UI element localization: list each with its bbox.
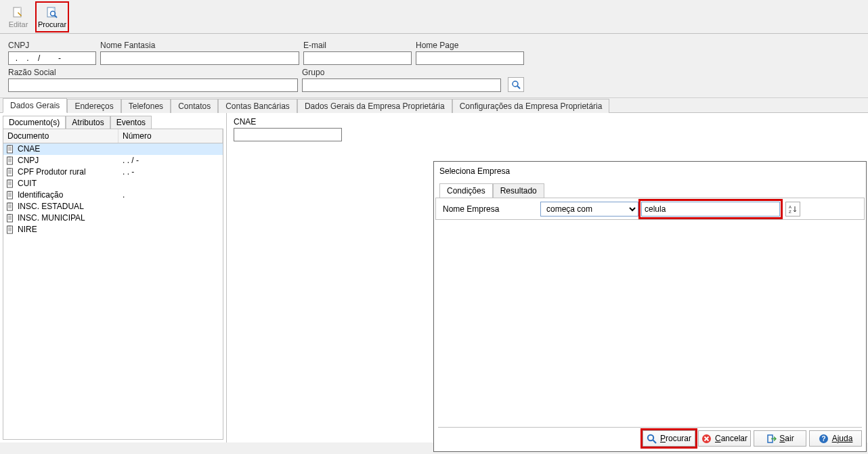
home-page-label: Home Page — [416, 41, 524, 50]
svg-line-5 — [517, 86, 520, 89]
grid-body: CNAECNPJ . . / -CPF Produtor rural . . -… — [3, 143, 223, 235]
email-label: E-mail — [303, 41, 412, 50]
table-row[interactable]: Identificação. — [3, 189, 223, 201]
dialog-body: Nome Empresa começa com AZ — [435, 198, 865, 421]
edit-icon — [11, 5, 26, 20]
procurar-label: Procurar — [38, 20, 66, 28]
svg-line-3 — [55, 16, 57, 18]
grupo-input[interactable] — [302, 78, 501, 92]
table-row[interactable]: INSC. MUNICIPAL — [3, 212, 223, 224]
dialog-tabs: Condições Resultado — [434, 178, 866, 198]
num-cell — [118, 178, 223, 189]
doc-cell: NIRE — [3, 224, 118, 235]
editar-label: Editar — [9, 20, 28, 28]
svg-text:Z: Z — [789, 210, 791, 214]
dialog-sair-button[interactable]: Sair — [754, 430, 806, 447]
document-search-icon — [45, 5, 60, 20]
dialog-procurar-button[interactable]: Procurar — [643, 430, 695, 447]
table-row[interactable]: CUIT — [3, 178, 223, 189]
tab-resultado[interactable]: Resultado — [493, 183, 544, 198]
table-row[interactable]: CNAE — [3, 143, 223, 155]
svg-rect-42 — [8, 225, 11, 227]
tab-dados-empresa-prop[interactable]: Dados Gerais da Empresa Proprietária — [297, 99, 452, 113]
col-documento[interactable]: Documento — [3, 129, 118, 143]
nome-fantasia-label: Nome Fantasia — [100, 41, 299, 50]
subtab-documentos[interactable]: Documento(s) — [3, 116, 66, 129]
razao-social-input[interactable] — [8, 78, 298, 92]
svg-point-4 — [513, 81, 518, 87]
nome-empresa-label: Nome Empresa — [436, 204, 538, 214]
svg-rect-12 — [8, 156, 11, 158]
svg-rect-17 — [8, 168, 11, 169]
procurar-button[interactable]: Procurar — [35, 1, 69, 32]
seleciona-empresa-dialog: Seleciona Empresa Condições Resultado No… — [433, 161, 867, 452]
svg-text:?: ? — [822, 435, 826, 442]
col-numero[interactable]: Número — [118, 129, 223, 143]
razao-social-label: Razão Social — [8, 68, 298, 77]
tab-condicoes[interactable]: Condições — [439, 183, 493, 198]
num-cell: . — [118, 189, 223, 201]
subtab-atributos[interactable]: Atributos — [66, 116, 110, 129]
num-cell: . . / - — [118, 155, 223, 166]
table-row[interactable]: INSC. ESTADUAL — [3, 201, 223, 212]
tab-contatos[interactable]: Contatos — [171, 99, 218, 113]
num-cell — [118, 143, 223, 155]
dialog-title: Seleciona Empresa — [434, 162, 866, 178]
documentos-grid: Documento Número CNAECNPJ . . / -CPF Pro… — [3, 129, 223, 440]
tab-enderecos[interactable]: Endereços — [67, 99, 121, 113]
sub-tabs: Documento(s) Atributos Eventos — [0, 113, 226, 129]
main-toolbar: Editar Procurar — [0, 0, 868, 34]
doc-cell: CPF Produtor rural — [3, 166, 118, 178]
sort-az-icon: AZ — [788, 204, 798, 214]
procurar-btn-label: Procurar — [660, 434, 691, 443]
search-icon — [511, 80, 521, 89]
cancelar-btn-label: Cancelar — [715, 434, 747, 443]
dialog-ajuda-button[interactable]: ? Ajuda — [809, 430, 862, 447]
sair-btn-label: Sair — [779, 434, 794, 443]
num-cell — [118, 224, 223, 235]
dialog-footer: Procurar Cancelar Sair ? Ajuda — [438, 427, 862, 447]
cancel-icon — [701, 433, 712, 444]
subtab-eventos[interactable]: Eventos — [110, 116, 152, 129]
sort-button[interactable]: AZ — [785, 202, 800, 217]
nome-fantasia-input[interactable] — [100, 51, 299, 65]
search-icon — [647, 433, 657, 444]
grupo-label: Grupo — [302, 68, 501, 77]
exit-icon — [766, 433, 777, 444]
home-page-input[interactable] — [416, 51, 524, 65]
svg-rect-22 — [8, 179, 11, 181]
left-pane: Documento(s) Atributos Eventos Documento… — [0, 113, 227, 442]
cnpj-input[interactable] — [8, 51, 96, 65]
num-cell — [118, 212, 223, 224]
tab-telefones[interactable]: Telefones — [121, 99, 171, 113]
doc-cell: INSC. MUNICIPAL — [3, 212, 118, 224]
tab-config-empresa-prop[interactable]: Configurações da Empresa Proprietária — [452, 99, 610, 113]
doc-cell: CNAE — [3, 143, 118, 155]
cnpj-label: CNPJ — [8, 41, 96, 50]
num-cell: . . - — [118, 166, 223, 178]
table-row[interactable]: CNPJ . . / - — [3, 155, 223, 166]
condition-row: Nome Empresa começa com AZ — [435, 198, 865, 220]
tab-dados-gerais[interactable]: Dados Gerais — [3, 98, 67, 113]
editar-button[interactable]: Editar — [1, 1, 35, 32]
cnae-input[interactable] — [234, 128, 342, 141]
cnae-field-label: CNAE — [234, 117, 861, 127]
operator-select[interactable]: começa com — [540, 202, 638, 217]
doc-cell: Identificação — [3, 189, 118, 201]
main-tabs: Dados Gerais Endereços Telefones Contato… — [0, 98, 868, 113]
table-row[interactable]: CPF Produtor rural . . - — [3, 166, 223, 178]
grid-header: Documento Número — [3, 129, 223, 143]
email-input[interactable] — [303, 51, 412, 65]
search-value-input[interactable] — [641, 202, 780, 217]
svg-text:A: A — [789, 205, 791, 209]
doc-cell: CUIT — [3, 178, 118, 189]
grupo-search-button[interactable] — [508, 77, 524, 92]
svg-rect-27 — [8, 191, 11, 192]
svg-rect-7 — [8, 145, 11, 146]
num-cell — [118, 201, 223, 212]
doc-cell: INSC. ESTADUAL — [3, 201, 118, 212]
tab-contas-bancarias[interactable]: Contas Bancárias — [218, 99, 297, 113]
filter-form: CNPJ Nome Fantasia E-mail Home Page Razã… — [0, 34, 868, 98]
table-row[interactable]: NIRE — [3, 224, 223, 235]
dialog-cancelar-button[interactable]: Cancelar — [698, 430, 751, 447]
